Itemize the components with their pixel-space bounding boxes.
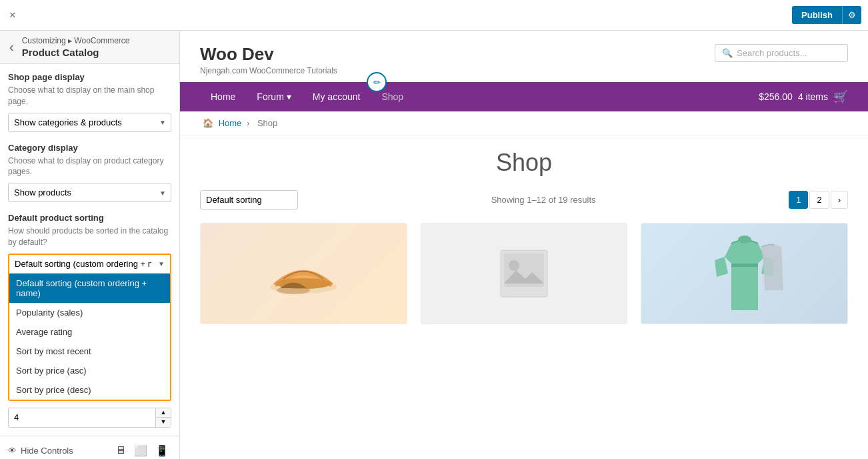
main-layout: ‹ Customizing ▸ WooCommerce Product Cata… [0,31,868,459]
close-button[interactable]: × [7,7,18,24]
category-display-desc: Choose what to display on product catego… [8,155,171,178]
sorting-dropdown-list: Default sorting (custom ordering + name)… [8,273,171,401]
site-title: Woo Dev [200,44,337,65]
default-sorting-label: Default product sorting [8,213,171,223]
page-breadcrumb: 🏠 Home › Shop [180,111,868,135]
cart-amount: $256.00 [759,91,793,102]
desktop-view-button[interactable]: 🖥 [113,443,129,458]
product-card-1 [200,223,407,324]
product-image-1 [201,223,407,324]
shop-page-display-section: Shop page display Choose what to display… [8,72,171,132]
product-card-3 [641,223,848,324]
spin-up-button[interactable]: ▲ [156,408,171,418]
placeholder-illustration [497,247,551,300]
hide-controls-button[interactable]: 👁 Hide Controls [8,446,73,456]
product-image-3 [641,223,847,324]
edit-pencil-icon[interactable]: ✏ [367,72,387,92]
shop-page-display-label: Shop page display [8,72,171,82]
publish-group: Publish ⚙ [792,6,861,24]
sidebar-nav: ‹ Customizing ▸ WooCommerce Product Cata… [0,31,179,64]
hoodie-illustration [705,230,785,317]
shop-title: Shop [200,149,848,177]
chevron-down-icon: ▾ [287,91,291,102]
sort-select-wrapper: Default sorting Sort by popularity Sort … [200,190,298,209]
product-image-2 [421,223,627,324]
sort-select[interactable]: Default sorting Sort by popularity Sort … [200,190,298,209]
bottom-bar: 👁 Hide Controls 🖥 ⬜ 📱 [0,436,179,459]
page-next-button[interactable]: › [831,191,848,209]
site-nav: Home Forum ▾ My account Shop $256.00 4 i… [180,82,868,111]
shop-content: Shop Default sorting Sort by popularity … [180,135,868,338]
eye-icon: 👁 [8,446,17,456]
default-sorting-desc: How should products be sorted in the cat… [8,225,171,248]
cart-items-count: 4 items [798,91,828,102]
breadcrumb-home-icon: 🏠 [203,118,213,128]
page-1-button[interactable]: 1 [789,191,808,209]
breadcrumb-current: Shop [257,118,277,128]
breadcrumb: Customizing ▸ WooCommerce Product Catalo… [22,36,130,58]
products-per-row-input[interactable]: 4 [9,409,155,426]
category-display-label: Category display [8,143,171,153]
spin-down-button[interactable]: ▼ [156,418,171,427]
view-icons: 🖥 ⬜ 📱 [113,443,171,458]
nav-wrapper: ✏ Home Forum ▾ My account Shop $256.00 4… [180,82,868,111]
sorting-trigger-wrapper: Default sorting (custom ordering + name)… [8,254,171,273]
shop-page-display-select-wrapper: Show categories & products Show products… [8,113,171,132]
products-per-row-wrapper: 4 ▲ ▼ [8,408,171,428]
sorting-trigger-select[interactable]: Default sorting (custom ordering + name)… [9,255,170,273]
sidebar-section-title: Product Catalog [22,45,130,58]
svg-point-6 [738,236,751,244]
shop-page-display-select[interactable]: Show categories & products Show products… [8,113,171,132]
publish-button[interactable]: Publish [792,6,842,24]
nav-myaccount[interactable]: My account [302,82,371,111]
site-branding: Woo Dev Njengah.com WooCommerce Tutorial… [200,44,337,75]
sort-option-default[interactable]: Default sorting (custom ordering + name) [9,274,170,303]
gear-button[interactable]: ⚙ [842,6,861,24]
shop-toolbar: Default sorting Sort by popularity Sort … [200,190,848,209]
top-bar: × Publish ⚙ [0,0,868,31]
category-display-section: Category display Choose what to display … [8,143,171,203]
preview-area: Woo Dev Njengah.com WooCommerce Tutorial… [180,31,868,459]
mobile-view-button[interactable]: 📱 [153,443,171,458]
sort-option-price-desc[interactable]: Sort by price (desc) [9,380,170,400]
sort-option-rating[interactable]: Average rating [9,322,170,342]
nav-cart: $256.00 4 items 🛒 [759,89,848,104]
nav-home[interactable]: Home [200,82,246,111]
sorting-dropdown-section: Default sorting (custom ordering + name)… [8,254,171,401]
nav-forum[interactable]: Forum ▾ [246,82,301,111]
page-2-button[interactable]: 2 [809,191,829,209]
product-card-2 [421,223,628,324]
default-sorting-section: Default product sorting How should produ… [8,213,171,401]
search-icon: 🔍 [722,48,733,58]
svg-point-5 [509,260,519,271]
products-per-row-section: 4 ▲ ▼ [8,408,171,428]
category-display-select[interactable]: Show products Show categories Show categ… [8,183,171,202]
breadcrumb-text: Customizing ▸ WooCommerce [22,36,130,45]
site-tagline: Njengah.com WooCommerce Tutorials [200,66,337,75]
breadcrumb-separator: › [247,118,252,128]
sort-option-popularity[interactable]: Popularity (sales) [9,303,170,322]
sidebar: ‹ Customizing ▸ WooCommerce Product Cata… [0,31,180,459]
sort-option-recent[interactable]: Sort by most recent [9,342,170,361]
site-header: Woo Dev Njengah.com WooCommerce Tutorial… [180,31,868,82]
hat-illustration [263,234,343,314]
back-button[interactable]: ‹ [7,37,17,57]
category-display-select-wrapper: Show products Show categories Show categ… [8,183,171,202]
top-bar-left: × [7,7,18,24]
results-text: Showing 1–12 of 19 results [491,195,596,205]
search-placeholder: Search products... [737,48,807,58]
cart-icon[interactable]: 🛒 [833,89,848,104]
number-spinners: ▲ ▼ [155,408,171,427]
sort-option-price-asc[interactable]: Sort by price (asc) [9,361,170,380]
search-box: 🔍 Search products... [715,44,848,62]
hide-controls-label: Hide Controls [21,446,73,456]
breadcrumb-home-link[interactable]: Home [219,118,242,128]
shop-page-display-desc: Choose what to display on the main shop … [8,85,171,107]
tablet-view-button[interactable]: ⬜ [131,443,150,458]
sidebar-content: Shop page display Choose what to display… [0,64,179,436]
pagination: 1 2 › [789,191,848,209]
product-grid [200,223,848,324]
